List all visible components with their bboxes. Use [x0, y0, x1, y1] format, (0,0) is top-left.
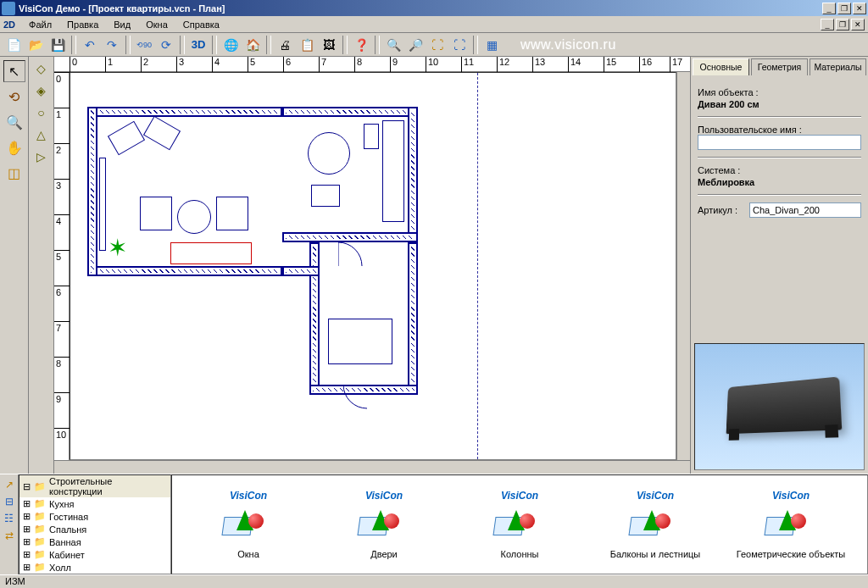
wall[interactable] [87, 107, 97, 276]
rotate-tool[interactable]: ⟲ [3, 86, 25, 108]
menu-view[interactable]: Вид [107, 18, 137, 31]
ruler-tick: 8 [354, 57, 362, 72]
menu-edit[interactable]: Правка [60, 18, 105, 31]
tree-node[interactable]: ⊟📁Строительные конструкции [19, 475, 170, 497]
minimize-button[interactable]: _ [822, 3, 836, 14]
tree-node[interactable]: ⊞📁Холл [19, 561, 170, 574]
properties-panel: Основные Геометрия Материалы Имя объекта… [690, 57, 868, 474]
catalog-btn-4[interactable]: ⇄ [3, 529, 16, 542]
measure-tool[interactable]: ◫ [3, 162, 25, 184]
mdi-restore-button[interactable]: ❐ [836, 19, 849, 31]
catalog-caption: Двери [370, 549, 398, 559]
separator [212, 36, 217, 54]
plant-icon[interactable]: ✶ [108, 234, 127, 262]
tree-node[interactable]: ⊞📁Кухня [19, 497, 170, 510]
catalog-item-windows[interactable]: VisiCon Окна [193, 490, 303, 559]
shape-tool-3[interactable]: ○ [33, 104, 50, 121]
ruler-tick: 14 [568, 57, 581, 72]
ruler-tick: 15 [604, 57, 616, 72]
tree-node[interactable]: ⊞📁Ванная [19, 535, 170, 548]
ruler-tick: 1 [54, 108, 70, 119]
table-round[interactable] [308, 132, 350, 175]
wall[interactable] [309, 242, 320, 395]
open-file-button[interactable]: 📂 [25, 35, 46, 55]
tree-node[interactable]: ⊞📁Кабинет [19, 548, 170, 561]
pan-tool[interactable]: ✋ [3, 136, 25, 158]
shelf[interactable] [99, 158, 106, 251]
table-round[interactable] [177, 200, 211, 234]
save-button[interactable]: 💾 [47, 35, 68, 55]
catalog-item-balconies[interactable]: VisiCon Балконы и лестницы [600, 490, 710, 559]
scrollbar-horizontal[interactable] [54, 460, 690, 474]
tree-node[interactable]: ⊞📁Спальня [19, 523, 170, 535]
catalog-btn-1[interactable]: ↗ [3, 478, 16, 491]
floor-button[interactable]: 🏠 [242, 35, 263, 55]
shape-tool-4[interactable]: △ [33, 126, 50, 143]
undo-button[interactable]: ↶ [80, 35, 100, 55]
wall[interactable] [408, 107, 418, 242]
catalog-thumb [765, 505, 816, 546]
wall[interactable] [408, 242, 418, 395]
shape-tool-1[interactable]: ◇ [33, 60, 50, 77]
world-button[interactable]: 🌐 [220, 35, 241, 55]
tab-geometry[interactable]: Геометрия [751, 58, 808, 75]
rotate-90-button[interactable]: ⟲90 [134, 35, 154, 55]
close-button[interactable]: ✕ [853, 3, 866, 14]
bed[interactable] [328, 319, 392, 364]
armchair[interactable] [140, 197, 172, 230]
menu-help[interactable]: Справка [176, 18, 226, 31]
3d-mode-button[interactable]: 3D [188, 35, 209, 55]
new-file-button[interactable]: 📄 [3, 35, 24, 55]
shape-tool-2[interactable]: ◈ [33, 82, 50, 99]
zoom-fit-button[interactable]: ⛶ [449, 35, 470, 55]
redo-button[interactable]: ↷ [102, 35, 122, 55]
image-button[interactable]: 🖼 [319, 35, 339, 55]
tree-node[interactable]: ⊞📁Гостиная [19, 510, 170, 523]
plan-canvas[interactable]: ✶ [70, 72, 676, 460]
tree-expand-icon: ⊞ [23, 511, 31, 522]
zoom-window-button[interactable]: ⛶ [427, 35, 448, 55]
door-icon[interactable] [338, 232, 372, 266]
catalog-tree[interactable]: ⊟📁Строительные конструкции ⊞📁Кухня ⊞📁Гос… [19, 474, 171, 574]
wall[interactable] [87, 107, 282, 117]
zoom-tool[interactable]: 🔍 [3, 111, 25, 133]
select-tool[interactable]: ↖ [3, 60, 25, 82]
window-title: VisiCon Демо - [Проект квартиры.vcn - Пл… [19, 3, 822, 14]
mode-2d-label: 2D [3, 19, 15, 30]
catalog-btn-3[interactable]: ☷ [3, 512, 16, 525]
tab-materials[interactable]: Материалы [810, 58, 866, 75]
kitchen-unit[interactable] [382, 120, 404, 222]
shape-tool-5[interactable]: ▷ [33, 148, 50, 165]
menu-windows[interactable]: Окна [139, 18, 175, 31]
custom-name-input[interactable] [698, 135, 861, 150]
wall[interactable] [282, 107, 418, 117]
chair[interactable] [311, 185, 340, 207]
catalog-btn-2[interactable]: ⊟ [3, 495, 16, 508]
chair[interactable] [364, 124, 379, 149]
wall[interactable] [87, 266, 282, 276]
armchair[interactable] [216, 197, 248, 230]
zoom-in-button[interactable]: 🔍 [383, 35, 403, 55]
catalog-item-columns[interactable]: VisiCon Колонны [465, 490, 575, 559]
article-input[interactable] [749, 202, 861, 218]
tree-label: Кухня [49, 499, 74, 509]
help-button[interactable]: ❓ [351, 35, 371, 55]
mdi-minimize-button[interactable]: _ [821, 19, 834, 31]
catalog-item-doors[interactable]: VisiCon Двери [329, 490, 439, 559]
rotate-button[interactable]: ⟳ [156, 35, 176, 55]
zoom-out-button[interactable]: 🔎 [405, 35, 426, 55]
menu-file[interactable]: Файл [22, 18, 58, 31]
scrollbar-vertical[interactable] [676, 72, 690, 460]
catalog-brand: VisiCon [501, 490, 538, 502]
catalog-item-geometry[interactable]: VisiCon Геометрические объекты [736, 490, 846, 559]
door-icon[interactable] [343, 385, 377, 419]
export-button[interactable]: 📋 [297, 35, 317, 55]
tab-main[interactable]: Основные [693, 58, 749, 75]
print-button[interactable]: 🖨 [275, 35, 295, 55]
maximize-button[interactable]: ❐ [837, 3, 851, 14]
wall[interactable] [282, 266, 320, 276]
grid-button[interactable]: ▦ [481, 35, 502, 55]
catalog-brand: VisiCon [230, 490, 267, 502]
sofa-selected[interactable] [170, 242, 252, 264]
mdi-close-button[interactable]: ✕ [851, 19, 865, 31]
